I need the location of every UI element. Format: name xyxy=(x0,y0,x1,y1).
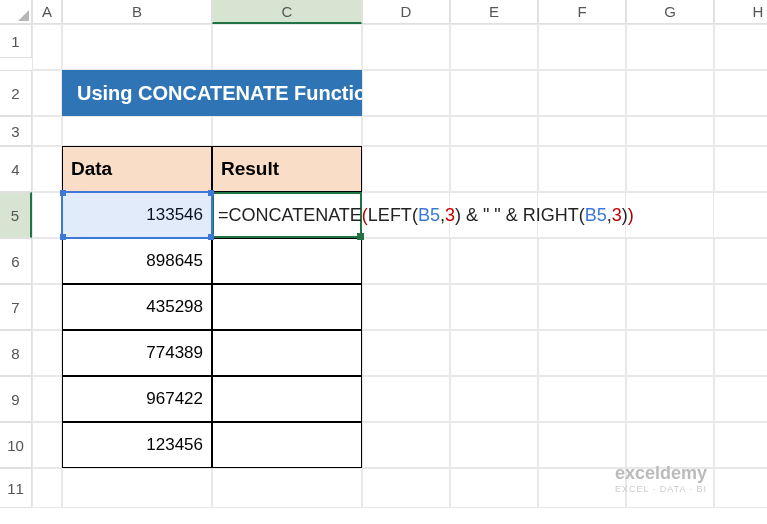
cell-B7-data[interactable]: 435298 xyxy=(62,284,212,330)
cell-E3[interactable] xyxy=(450,116,538,146)
col-header-C[interactable]: C xyxy=(212,0,362,24)
cell-G8[interactable] xyxy=(626,330,714,376)
cell-B1[interactable] xyxy=(62,24,212,70)
cell-H9[interactable] xyxy=(714,376,767,422)
cell-F10[interactable] xyxy=(538,422,626,468)
row-header-3[interactable]: 3 xyxy=(0,116,32,146)
row-header-4[interactable]: 4 xyxy=(0,146,32,192)
cell-F9[interactable] xyxy=(538,376,626,422)
cell-D10[interactable] xyxy=(362,422,450,468)
row-header-7[interactable]: 7 xyxy=(0,284,32,330)
cell-F1[interactable] xyxy=(538,24,626,70)
cell-C9-result[interactable] xyxy=(212,376,362,422)
cell-E9[interactable] xyxy=(450,376,538,422)
cell-D1[interactable] xyxy=(362,24,450,70)
cell-A5[interactable] xyxy=(32,192,62,238)
cell-A1[interactable] xyxy=(32,24,62,70)
col-header-H[interactable]: H xyxy=(714,0,767,24)
cell-D9[interactable] xyxy=(362,376,450,422)
cell-G7[interactable] xyxy=(626,284,714,330)
cell-E4[interactable] xyxy=(450,146,538,192)
cell-D4[interactable] xyxy=(362,146,450,192)
cell-G9[interactable] xyxy=(626,376,714,422)
cell-E6[interactable] xyxy=(450,238,538,284)
cell-C5-editing[interactable]: =CONCATENATE(LEFT(B5,3) & " " & RIGHT(B5… xyxy=(212,192,362,238)
cell-G5[interactable] xyxy=(626,192,714,238)
cell-E8[interactable] xyxy=(450,330,538,376)
cell-E11[interactable] xyxy=(450,468,538,508)
cell-B9-data[interactable]: 967422 xyxy=(62,376,212,422)
cell-A9[interactable] xyxy=(32,376,62,422)
col-header-F[interactable]: F xyxy=(538,0,626,24)
cell-A7[interactable] xyxy=(32,284,62,330)
cell-D6[interactable] xyxy=(362,238,450,284)
cell-D3[interactable] xyxy=(362,116,450,146)
cell-D11[interactable] xyxy=(362,468,450,508)
row-header-8[interactable]: 8 xyxy=(0,330,32,376)
cell-C10-result[interactable] xyxy=(212,422,362,468)
row-header-2[interactable]: 2 xyxy=(0,70,32,116)
cell-F4[interactable] xyxy=(538,146,626,192)
cell-F3[interactable] xyxy=(538,116,626,146)
cell-C11[interactable] xyxy=(212,468,362,508)
cell-F2[interactable] xyxy=(538,70,626,116)
cell-H4[interactable] xyxy=(714,146,767,192)
cell-A10[interactable] xyxy=(32,422,62,468)
cell-E2[interactable] xyxy=(450,70,538,116)
row-header-1[interactable]: 1 xyxy=(0,24,32,58)
cell-B6-data[interactable]: 898645 xyxy=(62,238,212,284)
select-all-corner[interactable] xyxy=(0,0,32,24)
cell-E10[interactable] xyxy=(450,422,538,468)
cell-B10-data[interactable]: 123456 xyxy=(62,422,212,468)
cell-A6[interactable] xyxy=(32,238,62,284)
cell-A3[interactable] xyxy=(32,116,62,146)
row-header-9[interactable]: 9 xyxy=(0,376,32,422)
cell-H1[interactable] xyxy=(714,24,767,70)
cell-G2[interactable] xyxy=(626,70,714,116)
cell-B8-data[interactable]: 774389 xyxy=(62,330,212,376)
cell-E7[interactable] xyxy=(450,284,538,330)
col-header-B[interactable]: B xyxy=(62,0,212,24)
cell-D7[interactable] xyxy=(362,284,450,330)
cell-H2[interactable] xyxy=(714,70,767,116)
cell-G4[interactable] xyxy=(626,146,714,192)
cell-B3[interactable] xyxy=(62,116,212,146)
cell-F11[interactable] xyxy=(538,468,626,508)
row-header-11[interactable]: 11 xyxy=(0,468,32,508)
cell-A2[interactable] xyxy=(32,70,62,116)
fill-handle[interactable] xyxy=(357,233,364,240)
row-header-6[interactable]: 6 xyxy=(0,238,32,284)
cell-E1[interactable] xyxy=(450,24,538,70)
cell-H6[interactable] xyxy=(714,238,767,284)
cell-H11[interactable] xyxy=(714,468,767,508)
cell-C1[interactable] xyxy=(212,24,362,70)
cell-G11[interactable] xyxy=(626,468,714,508)
cell-H8[interactable] xyxy=(714,330,767,376)
col-header-G[interactable]: G xyxy=(626,0,714,24)
header-result[interactable]: Result xyxy=(212,146,362,192)
cell-C8-result[interactable] xyxy=(212,330,362,376)
cell-C3[interactable] xyxy=(212,116,362,146)
cell-G1[interactable] xyxy=(626,24,714,70)
header-data[interactable]: Data xyxy=(62,146,212,192)
cell-F7[interactable] xyxy=(538,284,626,330)
cell-F8[interactable] xyxy=(538,330,626,376)
cell-G10[interactable] xyxy=(626,422,714,468)
cell-A11[interactable] xyxy=(32,468,62,508)
row-header-10[interactable]: 10 xyxy=(0,422,32,468)
cell-H7[interactable] xyxy=(714,284,767,330)
cell-B5-data[interactable]: 133546 xyxy=(62,192,212,238)
cell-F6[interactable] xyxy=(538,238,626,284)
cell-D8[interactable] xyxy=(362,330,450,376)
col-header-D[interactable]: D xyxy=(362,0,450,24)
col-header-A[interactable]: A xyxy=(32,0,62,24)
cell-H3[interactable] xyxy=(714,116,767,146)
cell-B11[interactable] xyxy=(62,468,212,508)
cell-G3[interactable] xyxy=(626,116,714,146)
cell-C7-result[interactable] xyxy=(212,284,362,330)
cell-A4[interactable] xyxy=(32,146,62,192)
cell-A8[interactable] xyxy=(32,330,62,376)
row-header-5[interactable]: 5 xyxy=(0,192,32,238)
cell-D2[interactable] xyxy=(362,70,450,116)
cell-C6-result[interactable] xyxy=(212,238,362,284)
